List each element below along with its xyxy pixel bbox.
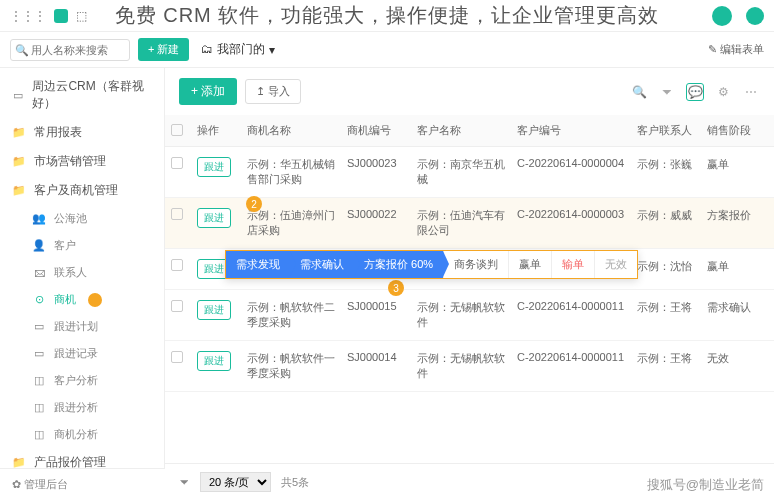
pipeline-stage[interactable]: 需求确认 — [290, 251, 354, 278]
main-toolbar: + 添加 ↥ 导入 🔍 ⏷ 💬 ⚙ ⋯ — [165, 68, 774, 115]
sidebar-label: 跟进分析 — [54, 400, 98, 415]
column-header[interactable]: 商机编号 — [341, 115, 411, 147]
column-header[interactable]: 客户名称 — [411, 115, 511, 147]
sidebar-icon: ▭ — [32, 320, 46, 334]
pipeline-stage[interactable]: 商务谈判 — [443, 251, 508, 278]
row-checkbox[interactable] — [171, 208, 183, 220]
sidebar-icon: ⊙ — [32, 293, 46, 307]
column-header[interactable]: 商机名称 — [241, 115, 341, 147]
apps-icon[interactable]: ⋮⋮⋮ — [10, 9, 46, 23]
new-button[interactable]: + 新建 — [138, 38, 189, 61]
search-icon: 🔍 — [15, 44, 29, 57]
more-icon[interactable]: ⋯ — [742, 83, 760, 101]
row-checkbox[interactable] — [171, 300, 183, 312]
page-size-select[interactable]: 20 条/页 — [200, 472, 271, 492]
filter-icon[interactable]: ⏷ — [658, 83, 676, 101]
cell-no: SJ000023 — [341, 147, 411, 198]
table-row[interactable]: 跟进 示例：帆软软件一季度采购 SJ000014 示例：无锡帆软软件 C-202… — [165, 341, 774, 392]
sidebar-item[interactable]: 👥公海池 — [0, 205, 164, 232]
toolbar: 🔍 + 新建 🗂 我部门的 ▾ ✎ 编辑表单 — [0, 32, 774, 68]
cell-no: SJ000022 — [341, 198, 411, 249]
search-icon[interactable]: 🔍 — [630, 83, 648, 101]
pipeline-stage[interactable]: 无效 — [594, 251, 637, 278]
pipeline-stage[interactable]: 赢单 — [508, 251, 551, 278]
cell-stage: 赢单 — [701, 147, 774, 198]
grid-icon[interactable] — [746, 7, 764, 25]
annotation-2: 2 — [246, 196, 262, 212]
sidebar-footer[interactable]: ✿ 管理后台 — [0, 468, 165, 500]
main-panel: + 添加 ↥ 导入 🔍 ⏷ 💬 ⚙ ⋯ 操作商机名称商机编号客户名称客户编号客户… — [165, 68, 774, 500]
cell-stage: 赢单 — [701, 249, 774, 290]
cell-contact: 示例：威威 — [631, 198, 701, 249]
push-button[interactable]: 跟进 — [197, 208, 231, 228]
cell-custno: C-20220614-0000011 — [511, 290, 631, 341]
cell-stage: 需求确认 — [701, 290, 774, 341]
app-title: ⬚ — [76, 9, 87, 23]
add-button[interactable]: + 添加 — [179, 78, 237, 105]
sidebar-item[interactable]: 👤客户 — [0, 232, 164, 259]
edit-form-link[interactable]: ✎ 编辑表单 — [708, 42, 764, 57]
cell-no: SJ000015 — [341, 290, 411, 341]
page-total: 共5条 — [281, 475, 309, 490]
comment-icon[interactable]: 💬 — [686, 83, 704, 101]
table-row[interactable]: 跟进 示例：华五机械销售部门采购 SJ000023 示例：南京华五机械 C-20… — [165, 147, 774, 198]
sidebar-label: 客户 — [54, 238, 76, 253]
cell-no: SJ000014 — [341, 341, 411, 392]
sidebar-label: 跟进记录 — [54, 346, 98, 361]
sidebar-icon: ◫ — [32, 374, 46, 388]
page-jump[interactable]: ⏷ — [179, 476, 190, 488]
sidebar-item[interactable]: ▭周边云CRM（客群视好） — [0, 72, 164, 118]
select-all-checkbox[interactable] — [171, 124, 183, 136]
cell-name: 示例：帆软软件一季度采购 — [241, 341, 341, 392]
import-button[interactable]: ↥ 导入 — [245, 79, 301, 104]
pipeline-stage[interactable]: 输单 — [551, 251, 594, 278]
avatar[interactable] — [712, 6, 732, 26]
settings-icon[interactable]: ⚙ — [714, 83, 732, 101]
column-header[interactable]: 销售阶段 — [701, 115, 774, 147]
push-button[interactable]: 跟进 — [197, 351, 231, 371]
column-header[interactable]: 客户编号 — [511, 115, 631, 147]
watermark: 搜狐号@制造业老简 — [647, 476, 764, 494]
column-header[interactable]: 操作 — [191, 115, 241, 147]
pipeline-stage[interactable]: 方案报价 60% — [354, 251, 443, 278]
stage-pipeline: 需求发现需求确认方案报价 60%商务谈判赢单输单无效 — [225, 250, 638, 279]
sidebar-icon: 👤 — [32, 239, 46, 253]
sidebar-icon: ◫ — [32, 401, 46, 415]
sidebar-item[interactable]: ◫客户分析 — [0, 367, 164, 394]
sidebar-icon: 📁 — [12, 155, 26, 169]
cell-customer: 示例：无锡帆软软件 — [411, 290, 511, 341]
sidebar-label: 商机分析 — [54, 427, 98, 442]
row-checkbox[interactable] — [171, 157, 183, 169]
pipeline-stage[interactable]: 需求发现 — [226, 251, 290, 278]
cell-name: 示例：帆软软件二季度采购 — [241, 290, 341, 341]
sidebar-item[interactable]: ▭跟进记录 — [0, 340, 164, 367]
push-button[interactable]: 跟进 — [197, 300, 231, 320]
sidebar-label: 周边云CRM（客群视好） — [32, 78, 152, 112]
cell-custno: C-20220614-0000003 — [511, 198, 631, 249]
app-icon — [54, 9, 68, 23]
cell-name: 示例：华五机械销售部门采购 — [241, 147, 341, 198]
sidebar-item[interactable]: ◫商机分析 — [0, 421, 164, 448]
sidebar-item[interactable]: 📁常用报表 — [0, 118, 164, 147]
sidebar: ▭周边云CRM（客群视好）📁常用报表📁市场营销管理📁客户及商机管理👥公海池👤客户… — [0, 68, 165, 500]
cell-custno: C-20220614-0000011 — [511, 341, 631, 392]
sidebar-item[interactable]: ▭跟进计划 — [0, 313, 164, 340]
search-box: 🔍 — [10, 39, 130, 61]
sidebar-item[interactable]: ⊙商机 — [0, 286, 164, 313]
push-button[interactable]: 跟进 — [197, 157, 231, 177]
table-row[interactable]: 跟进 示例：帆软软件二季度采购 SJ000015 示例：无锡帆软软件 C-202… — [165, 290, 774, 341]
sidebar-label: 客户分析 — [54, 373, 98, 388]
sidebar-item[interactable]: 🖂联系人 — [0, 259, 164, 286]
scope-select[interactable]: 🗂 我部门的 ▾ — [197, 37, 278, 62]
sidebar-icon: ▭ — [32, 347, 46, 361]
sidebar-item[interactable]: 📁市场营销管理 — [0, 147, 164, 176]
cell-contact: 示例：沈怡 — [631, 249, 701, 290]
sidebar-item[interactable]: ◫跟进分析 — [0, 394, 164, 421]
column-header[interactable] — [165, 115, 191, 147]
row-checkbox[interactable] — [171, 259, 183, 271]
sidebar-icon: ▭ — [12, 88, 24, 102]
sidebar-item[interactable]: 📁客户及商机管理 — [0, 176, 164, 205]
row-checkbox[interactable] — [171, 351, 183, 363]
sidebar-icon: 📁 — [12, 126, 26, 140]
column-header[interactable]: 客户联系人 — [631, 115, 701, 147]
